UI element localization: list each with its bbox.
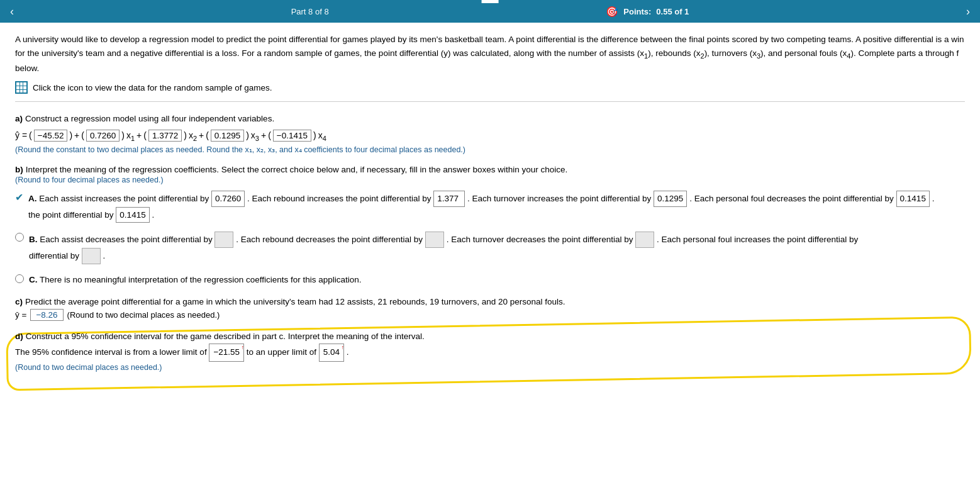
part-d-instruction: Construct a 95% confidence interval for … bbox=[26, 332, 425, 341]
part-d-label: d) bbox=[15, 332, 23, 341]
close-paren-3: ) bbox=[184, 130, 187, 140]
part-c-note: (Round to two decimal places as needed.) bbox=[67, 310, 220, 320]
part-a-section: a) Construct a regression model using al… bbox=[15, 113, 965, 154]
option-a-extra-value[interactable]: 0.1415 bbox=[116, 207, 149, 223]
part-d-wrapper: d) Construct a 95% confidence interval f… bbox=[15, 331, 965, 371]
ci-end: . bbox=[347, 347, 349, 357]
open-paren-3: ( bbox=[143, 130, 147, 140]
data-link-text: Click the icon to view the data for the … bbox=[33, 83, 272, 92]
x4: x4 bbox=[318, 130, 326, 142]
part-b-instruction: Interpret the meaning of the regression … bbox=[26, 165, 568, 174]
coeff3-box[interactable]: 0.1295 bbox=[211, 130, 244, 142]
part-c-answer-line: ŷ = −8.26 (Round to two decimal places a… bbox=[15, 309, 965, 321]
constant-box[interactable]: −45.52 bbox=[34, 130, 68, 142]
plus-3: + bbox=[199, 130, 204, 140]
part-c-instruction: Predict the average point differential f… bbox=[25, 297, 565, 306]
part-label: Part 8 of 8 bbox=[291, 7, 329, 16]
ci-text: The 95% confidence interval is from a lo… bbox=[15, 347, 207, 357]
open-paren-2: ( bbox=[81, 130, 84, 140]
nav-back[interactable]: ‹ bbox=[10, 5, 14, 18]
option-b-text: B. Each assist decreases the point diffe… bbox=[29, 232, 858, 264]
option-c[interactable]: C. There is no meaningful interpretation… bbox=[15, 273, 965, 287]
intro-paragraph: A university would like to develop a reg… bbox=[15, 33, 965, 75]
part-d-note: (Round to two decimal places as needed.) bbox=[15, 363, 965, 372]
option-a-foul-value[interactable]: 0.1415 bbox=[896, 191, 930, 207]
target-icon: 🎯 bbox=[606, 6, 618, 18]
x2: x2 bbox=[189, 130, 197, 142]
part-b-label: b) bbox=[15, 165, 23, 174]
plus-4: + bbox=[261, 130, 266, 140]
option-a-turnover-value[interactable]: 0.1295 bbox=[654, 191, 687, 207]
ci-upper-limit[interactable]: 5.04↑ bbox=[319, 344, 344, 361]
y-hat-c: ŷ = bbox=[15, 310, 26, 320]
close-paren-2: ) bbox=[121, 130, 125, 140]
coeff2-box[interactable]: 1.3772 bbox=[148, 130, 182, 142]
close-paren-5: ) bbox=[313, 130, 316, 140]
rebounds-text: rebounds bbox=[655, 48, 691, 58]
part-b-note: (Round to four decimal places as needed.… bbox=[15, 176, 164, 184]
option-b-foul-box[interactable] bbox=[82, 248, 101, 264]
data-link[interactable]: Click the icon to view the data for the … bbox=[15, 81, 965, 94]
option-b-assist-box[interactable] bbox=[214, 232, 233, 248]
plus-2: + bbox=[136, 130, 142, 140]
option-b-label: B. bbox=[29, 235, 38, 244]
y-hat-symbol: ŷ = bbox=[15, 130, 27, 140]
part-c-section: c) Predict the average point differentia… bbox=[15, 296, 965, 321]
open-paren-5: ( bbox=[268, 130, 271, 140]
option-c-radio[interactable] bbox=[15, 274, 24, 283]
ci-line: The 95% confidence interval is from a lo… bbox=[15, 344, 965, 361]
checkmark-icon: ✔ bbox=[15, 191, 23, 203]
option-a-label: A. bbox=[28, 194, 37, 203]
coeff1-box[interactable]: 0.7260 bbox=[86, 130, 120, 142]
part-a-label: a) bbox=[15, 114, 23, 123]
option-a-assist-value[interactable]: 0.7260 bbox=[211, 191, 245, 207]
option-b-rebound-box[interactable] bbox=[425, 232, 444, 248]
part-b-section: b) Interpret the meaning of the regressi… bbox=[15, 164, 965, 286]
part-d-section: d) Construct a 95% confidence interval f… bbox=[15, 331, 965, 371]
regression-equation: ŷ = ( −45.52 ) + ( 0.7260 ) x1 + ( 1.377… bbox=[15, 130, 965, 142]
ci-lower-limit[interactable]: −21.55↑ bbox=[209, 344, 244, 361]
part-c-value[interactable]: −8.26 bbox=[30, 309, 63, 321]
points-value: 0.55 of 1 bbox=[656, 7, 689, 16]
plus-1: + bbox=[74, 130, 79, 140]
x3: x3 bbox=[251, 130, 259, 142]
top-bar: ‹ Part 8 of 8 🎯 Points: 0.55 of 1 › bbox=[0, 0, 980, 23]
open-paren-4: ( bbox=[206, 130, 209, 140]
close-paren-1: ) bbox=[69, 130, 72, 140]
part-a-instruction: Construct a regression model using all f… bbox=[25, 114, 274, 123]
option-c-label: C. bbox=[29, 275, 38, 284]
option-b-turnover-box[interactable] bbox=[635, 232, 654, 248]
option-b[interactable]: B. Each assist decreases the point diffe… bbox=[15, 232, 965, 264]
option-a-rebound-value[interactable]: 1.377 bbox=[433, 191, 465, 207]
points-display: 🎯 Points: 0.55 of 1 bbox=[606, 6, 689, 18]
grid-icon bbox=[15, 81, 28, 94]
ci-mid: to an upper limit of bbox=[247, 347, 316, 357]
open-paren-1: ( bbox=[29, 130, 32, 140]
divider bbox=[15, 101, 965, 102]
option-c-description: There is no meaningful interpretation of… bbox=[40, 275, 362, 284]
option-a-text: A. Each assist increases the point diffe… bbox=[28, 191, 934, 223]
part-c-label: c) bbox=[15, 297, 23, 306]
coeff4-box[interactable]: −0.1415 bbox=[273, 130, 311, 142]
option-b-radio[interactable] bbox=[15, 233, 24, 242]
nav-forward[interactable]: › bbox=[966, 5, 970, 18]
option-a: ✔ A. Each assist increases the point dif… bbox=[15, 191, 965, 223]
part-a-note: (Round the constant to two decimal place… bbox=[15, 145, 965, 154]
points-label: Points: bbox=[623, 7, 651, 16]
main-content: A university would like to develop a reg… bbox=[0, 23, 980, 394]
close-paren-4: ) bbox=[246, 130, 249, 140]
divider-dots: ··· bbox=[482, 0, 499, 3]
option-c-text: C. There is no meaningful interpretation… bbox=[29, 273, 362, 287]
x1: x1 bbox=[126, 130, 135, 142]
